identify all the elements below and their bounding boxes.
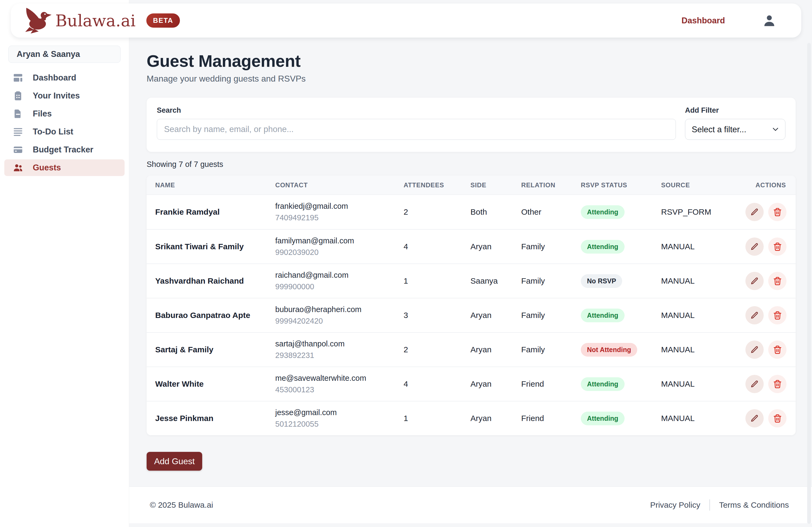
edit-guest-button[interactable]	[745, 238, 764, 256]
table-row: Srikant Tiwari & Family familyman@gmail.…	[147, 229, 796, 264]
rsvp-status-badge: Attending	[581, 240, 625, 254]
guest-phone: 453000123	[275, 385, 395, 394]
edit-guest-button[interactable]	[745, 409, 764, 427]
delete-guest-button[interactable]	[768, 341, 786, 359]
guest-relation: Family	[512, 345, 572, 354]
guest-side: Aryan	[462, 414, 512, 423]
trash-icon	[773, 345, 782, 354]
sidebar-item-label: Budget Tracker	[33, 145, 93, 154]
table-row: Jesse Pinkman jesse@gmail.com 5012120055…	[147, 401, 796, 435]
edit-guest-button[interactable]	[745, 203, 764, 221]
footer-links: Privacy Policy Terms & Conditions	[650, 499, 789, 511]
guest-source: MANUAL	[653, 311, 727, 320]
guest-name: Walter White	[147, 379, 267, 389]
guest-side: Aryan	[462, 379, 512, 389]
results-summary: Showing 7 of 7 guests	[147, 160, 796, 169]
guest-attendees: 2	[395, 345, 462, 354]
sidebar-item-files[interactable]: Files	[4, 105, 125, 122]
main-area: Guest Management Manage your wedding gue…	[129, 0, 812, 527]
search-input[interactable]	[157, 119, 676, 140]
guest-actions	[727, 341, 796, 359]
invites-clipboard-icon	[13, 91, 23, 101]
privacy-policy-link[interactable]: Privacy Policy	[650, 500, 700, 510]
trash-icon	[773, 380, 782, 389]
guest-attendees: 4	[395, 242, 462, 251]
delete-guest-button[interactable]	[768, 238, 786, 256]
guest-attendees: 3	[395, 311, 462, 320]
delete-guest-button[interactable]	[768, 409, 786, 427]
search-label: Search	[157, 106, 676, 115]
delete-guest-button[interactable]	[768, 272, 786, 290]
rsvp-status-badge: Attending	[581, 377, 625, 391]
header-dashboard-link[interactable]: Dashboard	[682, 16, 725, 26]
file-icon	[13, 109, 23, 119]
edit-guest-button[interactable]	[745, 272, 764, 290]
guest-contact: frankiedj@gmail.com 7409492195	[267, 202, 395, 222]
sidebar-nav: Dashboard Your Invites Files To-Do List …	[0, 70, 129, 176]
guest-contact: familyman@gmail.com 9902039020	[267, 236, 395, 257]
delete-guest-button[interactable]	[768, 375, 786, 393]
delete-guest-button[interactable]	[768, 203, 786, 221]
guest-relation: Friend	[512, 414, 572, 423]
brand-logo[interactable]: Bulawa.ai BETA	[25, 7, 180, 34]
edit-guest-button[interactable]	[745, 341, 764, 359]
trash-icon	[773, 208, 782, 216]
guest-side: Aryan	[462, 242, 512, 251]
user-menu-button[interactable]	[762, 13, 777, 28]
filter-select[interactable]: Select a filter...	[685, 119, 785, 140]
sidebar-item-guests[interactable]: Guests	[4, 160, 125, 176]
trash-icon	[773, 277, 782, 286]
guest-name: Baburao Ganpatrao Apte	[147, 311, 267, 320]
beta-badge: BETA	[146, 13, 180, 28]
guest-contact: raichand@gmail.com 999900000	[267, 271, 395, 291]
guest-side: Saanya	[462, 276, 512, 286]
table-body: Frankie Ramdyal frankiedj@gmail.com 7409…	[147, 195, 796, 435]
terms-link[interactable]: Terms & Conditions	[719, 500, 789, 510]
guest-relation: Family	[512, 276, 572, 286]
guest-actions	[727, 272, 796, 290]
guest-rsvp-cell: Attending	[572, 412, 653, 425]
sidebar-item-label: To-Do List	[33, 127, 73, 137]
guest-actions	[727, 203, 796, 221]
sidebar-item-label: Guests	[33, 163, 61, 172]
dashboard-icon	[13, 73, 23, 83]
guest-side: Both	[462, 207, 512, 216]
add-guest-button[interactable]: Add Guest	[147, 452, 202, 471]
sidebar-item-dashboard[interactable]: Dashboard	[4, 70, 125, 86]
guest-source: MANUAL	[653, 345, 727, 354]
workspace-name: Aryan & Saanya	[17, 49, 80, 59]
guest-contact: sartaj@thanpol.com 293892231	[267, 340, 395, 360]
guest-phone: 9902039020	[275, 248, 395, 257]
delete-guest-button[interactable]	[768, 306, 786, 325]
guest-rsvp-cell: Attending	[572, 308, 653, 322]
edit-guest-button[interactable]	[745, 306, 764, 325]
guest-contact: me@savewalterwhite.com 453000123	[267, 374, 395, 394]
guest-source: RSVP_FORM	[653, 207, 727, 216]
edit-guest-button[interactable]	[745, 375, 764, 393]
guest-relation: Family	[512, 242, 572, 251]
rsvp-status-badge: Attending	[581, 308, 625, 322]
column-header-side: Side	[462, 181, 512, 189]
guest-attendees: 1	[395, 276, 462, 286]
pencil-icon	[751, 414, 759, 423]
workspace-selector[interactable]: Aryan & Saanya	[8, 46, 120, 63]
scrollbar[interactable]	[807, 43, 811, 524]
sidebar-item-label: Your Invites	[33, 91, 80, 101]
guest-phone: 293892231	[275, 351, 395, 360]
guest-email: raichand@gmail.com	[275, 271, 395, 280]
pencil-icon	[751, 208, 759, 216]
search-column: Search	[157, 106, 676, 143]
footer: © 2025 Bulawa.ai Privacy Policy Terms & …	[129, 486, 812, 523]
guest-rsvp-cell: Attending	[572, 205, 653, 219]
trash-icon	[773, 414, 782, 423]
sidebar-item-your-invites[interactable]: Your Invites	[4, 88, 125, 104]
top-bar: Bulawa.ai BETA Dashboard	[11, 3, 801, 37]
sidebar-item-todo-list[interactable]: To-Do List	[4, 123, 125, 140]
column-header-name: Name	[147, 181, 267, 189]
user-avatar-icon	[762, 13, 777, 28]
guest-phone: 7409492195	[275, 213, 395, 222]
add-filter-label: Add Filter	[685, 106, 785, 115]
column-header-relation: Relation	[512, 181, 572, 189]
sidebar-item-budget-tracker[interactable]: Budget Tracker	[4, 141, 125, 158]
dove-icon	[25, 7, 52, 34]
